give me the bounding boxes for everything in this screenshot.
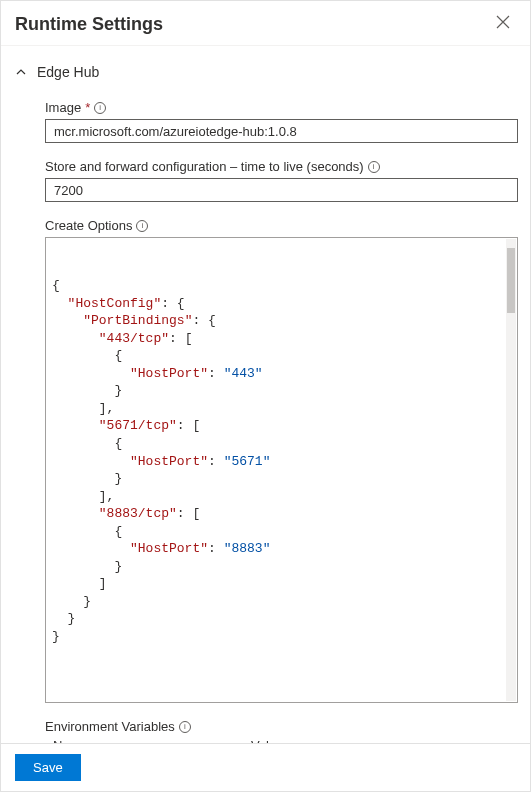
- save-button[interactable]: Save: [15, 754, 81, 781]
- create-options-label: Create Options: [45, 218, 132, 233]
- field-ttl: Store and forward configuration – time t…: [45, 159, 518, 202]
- field-ttl-label-row: Store and forward configuration – time t…: [45, 159, 518, 174]
- section-body: Image * i Store and forward configuratio…: [15, 100, 524, 743]
- close-button[interactable]: [492, 11, 514, 37]
- env-label: Environment Variables: [45, 719, 175, 734]
- create-options-label-row: Create Options i: [45, 218, 518, 233]
- field-image-label-row: Image * i: [45, 100, 518, 115]
- field-env-vars: Environment Variables i Name Value: [45, 719, 518, 743]
- panel-body-scroll[interactable]: Edge Hub Image * i Store and forward con…: [1, 46, 530, 743]
- chevron-up-icon: [15, 66, 27, 78]
- create-options-code: { "HostConfig": { "PortBindings": { "443…: [52, 277, 511, 645]
- field-create-options: Create Options i { "HostConfig": { "Port…: [45, 218, 518, 703]
- field-image: Image * i: [45, 100, 518, 143]
- section-title: Edge Hub: [37, 64, 99, 80]
- info-icon[interactable]: i: [94, 102, 106, 114]
- create-options-editor[interactable]: { "HostConfig": { "PortBindings": { "443…: [45, 237, 518, 703]
- ttl-label: Store and forward configuration – time t…: [45, 159, 364, 174]
- runtime-settings-panel: Runtime Settings Edge Hub Image * i: [0, 0, 531, 792]
- ttl-input[interactable]: [45, 178, 518, 202]
- code-scrollbar[interactable]: [506, 239, 516, 701]
- info-icon[interactable]: i: [179, 721, 191, 733]
- panel-header: Runtime Settings: [1, 1, 530, 46]
- section-header[interactable]: Edge Hub: [15, 64, 524, 80]
- code-scrollbar-thumb[interactable]: [507, 248, 515, 313]
- required-asterisk: *: [85, 100, 90, 115]
- close-icon: [496, 15, 510, 29]
- image-input[interactable]: [45, 119, 518, 143]
- info-icon[interactable]: i: [136, 220, 148, 232]
- panel-footer: Save: [1, 743, 530, 791]
- panel-title: Runtime Settings: [15, 14, 163, 35]
- info-icon[interactable]: i: [368, 161, 380, 173]
- env-label-row: Environment Variables i: [45, 719, 518, 734]
- image-label: Image: [45, 100, 81, 115]
